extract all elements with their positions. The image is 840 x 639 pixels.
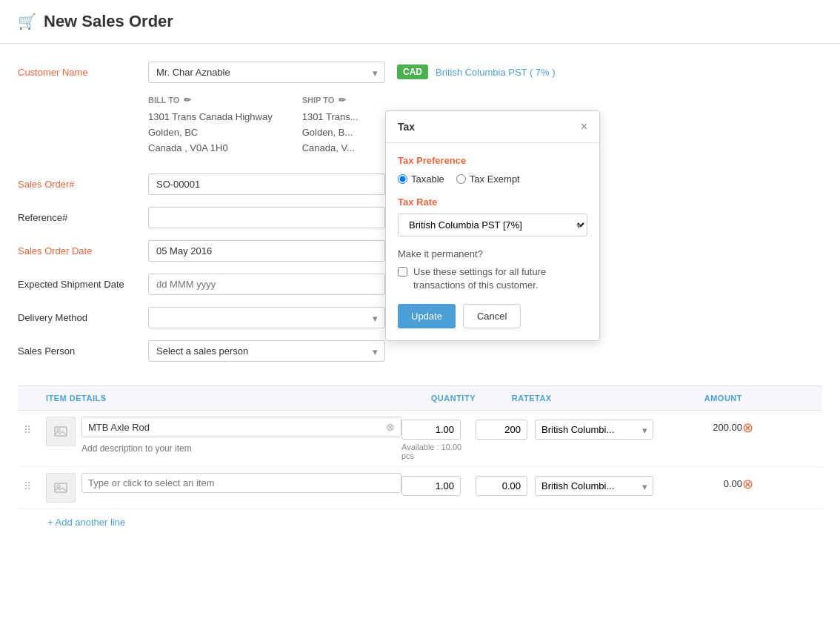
item-clear-btn-1[interactable]: ⊗ <box>386 421 395 433</box>
action-col-header <box>742 394 772 403</box>
taxable-radio-label[interactable]: Taxable <box>398 173 444 185</box>
permanent-checkbox-row: Use these settings for all future transa… <box>398 265 587 292</box>
expected-shipment-input[interactable] <box>148 274 385 295</box>
make-permanent-label: Make it permanent? <box>398 248 587 259</box>
item-details-header: ITEM DETAILS <box>46 394 401 403</box>
table-row-new: ⠿ British Columbi... <box>18 467 822 509</box>
bill-address-line1: 1301 Trans Canada Highway <box>148 110 273 125</box>
tax-modal: Tax × Tax Preference Taxable Tax Exempt … <box>385 110 600 341</box>
rate-input-1[interactable] <box>476 420 527 440</box>
item-name-1: MTB Axle Rod <box>88 422 150 433</box>
update-button[interactable]: Update <box>398 304 456 328</box>
modal-actions: Update Cancel <box>398 304 587 328</box>
tax-preference-radio-group: Taxable Tax Exempt <box>398 173 587 185</box>
permanent-section: Make it permanent? Use these settings fo… <box>398 248 587 292</box>
tax-cell-1: British Columbi... <box>535 417 668 440</box>
quantity-header: QUANTITY <box>401 394 476 403</box>
ship-to-edit-icon[interactable]: ✏ <box>339 95 346 105</box>
item-image-new <box>46 473 76 503</box>
tax-rate-select[interactable]: British Columbia PST [7%] <box>398 213 587 236</box>
bill-to-label: BILL TO <box>148 96 179 105</box>
sales-order-input[interactable] <box>148 173 385 195</box>
item-desc-placeholder-1 <box>81 440 401 457</box>
new-item-input[interactable] <box>81 473 401 493</box>
delivery-method-select-wrapper <box>148 307 385 328</box>
item-name-row-1: MTB Axle Rod ⊗ <box>81 417 401 437</box>
svg-point-1 <box>57 428 60 431</box>
drag-col-header <box>24 394 46 403</box>
customer-name-row: Customer Name Mr. Char Aznable CAD Briti… <box>18 62 822 83</box>
taxable-radio[interactable] <box>398 174 407 184</box>
sales-person-select-wrapper: Select a sales person <box>148 340 385 362</box>
ship-address-line2: Golden, B... <box>302 125 359 141</box>
item-cell-new <box>46 473 401 503</box>
item-cell-1: MTB Axle Rod ⊗ <box>46 417 401 457</box>
tax-modal-overlay: Tax × Tax Preference Taxable Tax Exempt … <box>385 110 600 341</box>
table-header: ITEM DETAILS QUANTITY RATE TAX AMOUNT <box>18 386 822 411</box>
sales-person-row: Sales Person Select a sales person <box>18 340 822 362</box>
ship-address-line1: 1301 Trans... <box>302 110 359 125</box>
ship-to-block: SHIP TO ✏ 1301 Trans... Golden, B... Can… <box>302 95 359 156</box>
permanent-checkbox[interactable] <box>398 267 407 277</box>
tax-exempt-label: Tax Exempt <box>470 173 520 185</box>
currency-badge[interactable]: CAD <box>397 64 428 79</box>
svg-point-3 <box>57 485 60 488</box>
sales-order-date-input[interactable] <box>148 240 385 262</box>
ship-address-line3: Canada, V... <box>302 141 359 156</box>
taxable-label: Taxable <box>411 173 444 185</box>
modal-body: Tax Preference Taxable Tax Exempt Tax Ra… <box>386 143 599 340</box>
rate-cell-1 <box>476 417 535 440</box>
main-content: Customer Name Mr. Char Aznable CAD Briti… <box>0 44 840 535</box>
bill-address-line2: Golden, BC <box>148 125 273 141</box>
sales-person-select[interactable]: Select a sales person <box>148 340 385 362</box>
tax-header: TAX <box>535 394 668 403</box>
tax-select-wrapper-1: British Columbi... <box>535 420 653 440</box>
tax-link[interactable]: British Columbia PST ( 7% ) <box>436 67 556 78</box>
modal-header: Tax × <box>386 111 599 143</box>
quantity-cell-1: Available : 10.00 pcs <box>401 417 476 460</box>
tax-exempt-radio-label[interactable]: Tax Exempt <box>456 173 520 185</box>
tax-select-new[interactable]: British Columbi... <box>535 476 653 496</box>
customer-name-label: Customer Name <box>18 62 136 78</box>
modal-close-button[interactable]: × <box>581 120 587 133</box>
delete-cell-new: ⊗ <box>742 473 772 492</box>
table-row: ⠿ MTB Axle Rod ⊗ Available : 10.00 <box>18 411 822 467</box>
drag-handle-1[interactable]: ⠿ <box>24 417 46 436</box>
amount-cell-1: 200.00 <box>668 417 742 433</box>
cancel-button[interactable]: Cancel <box>463 304 521 328</box>
bill-to-block: BILL TO ✏ 1301 Trans Canada Highway Gold… <box>148 95 273 156</box>
tax-rate-label: Tax Rate <box>398 196 587 208</box>
available-text-1: Available : 10.00 pcs <box>401 443 476 460</box>
reference-input[interactable] <box>148 207 385 228</box>
rate-header: RATE <box>476 394 535 403</box>
page-title: New Sales Order <box>44 12 173 31</box>
customer-name-select-wrapper: Mr. Char Aznable <box>148 62 385 83</box>
quantity-input-1[interactable] <box>401 420 461 440</box>
sales-order-date-label: Sales Order Date <box>18 240 136 256</box>
rate-cell-new <box>476 473 535 496</box>
delete-row-btn-1[interactable]: ⊗ <box>742 417 753 436</box>
sales-person-label: Sales Person <box>18 340 136 357</box>
delivery-method-label: Delivery Method <box>18 307 136 323</box>
tax-select-wrapper-new: British Columbi... <box>535 476 653 496</box>
item-details-section: ITEM DETAILS QUANTITY RATE TAX AMOUNT ⠿ … <box>18 385 822 535</box>
item-details-1: MTB Axle Rod ⊗ <box>81 417 401 457</box>
permanent-checkbox-text: Use these settings for all future transa… <box>413 265 587 292</box>
item-details-new <box>81 473 401 493</box>
add-line-button[interactable]: + Add another line <box>18 509 155 535</box>
delete-row-btn-new[interactable]: ⊗ <box>742 473 753 492</box>
item-desc-input-1[interactable] <box>81 440 401 457</box>
delivery-method-select[interactable] <box>148 307 385 328</box>
tax-select-1[interactable]: British Columbi... <box>535 420 653 440</box>
modal-title: Tax <box>398 121 415 133</box>
svg-rect-2 <box>55 483 67 492</box>
tax-preference-label: Tax Preference <box>398 155 587 166</box>
rate-input-new[interactable] <box>476 476 527 496</box>
bill-to-edit-icon[interactable]: ✏ <box>184 95 191 105</box>
quantity-input-new[interactable] <box>401 476 461 496</box>
customer-name-select[interactable]: Mr. Char Aznable <box>148 62 385 83</box>
drag-handle-new[interactable]: ⠿ <box>24 473 46 492</box>
tax-rate-select-wrapper: British Columbia PST [7%] <box>398 213 587 236</box>
tax-exempt-radio[interactable] <box>456 174 466 184</box>
expected-shipment-label: Expected Shipment Date <box>18 274 136 290</box>
